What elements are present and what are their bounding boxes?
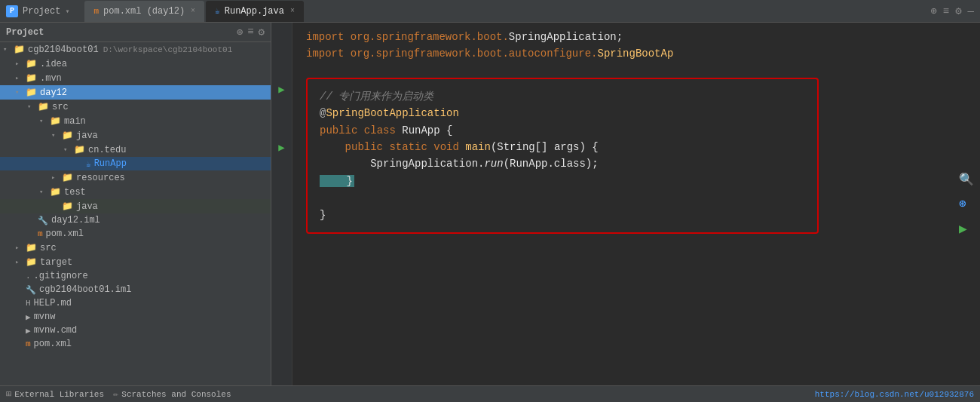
tab-runapp-label: RunApp.java [225,6,284,17]
tree-item-mvnw[interactable]: ▶ mvnw [0,310,271,324]
toolbar-btn-1[interactable]: ⊕ [930,5,936,17]
tree-item-cgbiml[interactable]: 🔧 cgb2104boot01.iml [0,283,271,296]
iml-icon-1: 🔧 [38,216,48,226]
outer-brace-line: } [320,207,805,223]
arrow-cntedu [63,146,72,154]
import-line-2: import org.springframework.boot.autoconf… [306,45,968,62]
run-green-icon[interactable]: ▶ [959,220,974,237]
tree-item-pomxml2-label: pom.xml [34,339,72,349]
tree-item-java1-label: java [76,130,98,141]
kw-import-1: import [306,31,344,43]
sidebar-icon-menu[interactable]: ≡ [247,26,253,38]
tree-item-mvnwcmd[interactable]: ▶ mvnw.cmd [0,324,271,337]
folder-test-icon: 📁 [50,186,61,198]
editor-right-tools: 🔍 ⊛ ▶ [959,172,974,237]
project-dropdown-arrow[interactable]: ▾ [65,7,69,16]
tree-item-gitignore[interactable]: . .gitignore [0,269,271,283]
toolbar-btn-3[interactable]: ⚙ [955,5,961,17]
inner-brace-line: } [320,173,805,189]
tree-item-src1[interactable]: 📁 src [0,100,271,114]
arrow-day12 [15,88,24,97]
tree-item-pomxml1[interactable]: m pom.xml [0,227,271,241]
folder-resources-icon: 📁 [62,172,73,183]
navigate-icon[interactable]: ⊛ [959,196,974,211]
main-content: Project ⊕ ≡ ⚙ 📁 cgb2104boot01 D:\workspa… [0,23,980,385]
bottom-item-scratches[interactable]: ✏ Scratches and Consoles [113,388,231,400]
tree-item-target[interactable]: 📁 target [0,255,271,269]
arrow-main [39,117,48,125]
tree-item-java2[interactable]: 📁 java [0,199,271,213]
sidebar-header-icons: ⊕ ≡ ⚙ [237,26,265,38]
tree-item-test-label: test [64,187,86,198]
mvnwcmd-icon: ▶ [26,326,31,336]
title-bar-tabs: m pom.xml (day12) × ☕ RunApp.java × [84,1,304,22]
tree-item-day12iml-label: day12.iml [51,215,100,226]
tree-item-test[interactable]: 📁 test [0,185,271,199]
run-call-line: SpringApplication.run(RunApp.class); [320,155,805,172]
gitignore-icon: . [26,272,31,281]
tree-item-java1[interactable]: 📁 java [0,128,271,143]
folder-src1-icon: 📁 [38,101,49,112]
arrow-mvn [15,74,24,82]
tree-item-runapp[interactable]: ☕ RunApp [0,157,271,170]
tree-item-mvnwcmd-label: mvnw.cmd [34,325,78,336]
folder-day12-icon: 📁 [26,87,37,98]
tree-item-pomxml2[interactable]: m pom.xml [0,337,271,351]
sidebar-icon-add[interactable]: ⊕ [237,26,243,38]
sidebar-header: Project ⊕ ≡ ⚙ [0,23,271,42]
tree-item-root[interactable]: 📁 cgb2104boot01 D:\workspace\cgb2104boot… [0,42,271,57]
tree-item-resources[interactable]: 📁 resources [0,170,271,185]
xml-icon-2: m [26,339,31,348]
annotation-line: @SpringBootApplication [320,105,805,121]
tree-item-main[interactable]: 📁 main [0,114,271,128]
tab-pom[interactable]: m pom.xml (day12) × [84,1,204,22]
sidebar-icon-settings[interactable]: ⚙ [259,26,265,38]
tree-item-src2-label: src [40,243,57,253]
tree-item-src2[interactable]: 📁 src [0,241,271,255]
tree-item-mvn[interactable]: 📁 .mvn [0,71,271,85]
bottom-bar: ⊞ External Libraries ✏ Scratches and Con… [0,385,980,402]
tree-item-idea-label: .idea [40,59,67,69]
tab-pom-close[interactable]: × [191,7,195,15]
tree-item-gitignore-label: .gitignore [34,271,88,281]
tree-item-cntedu[interactable]: 📁 cn.tedu [0,143,271,157]
folder-src2-icon: 📁 [26,242,37,253]
tree-item-root-label: cgb2104boot01 [28,44,99,55]
toolbar-btn-minimize[interactable]: — [968,5,974,17]
arrow-root [3,45,12,54]
folder-java1-icon: 📁 [62,130,73,141]
blog-url[interactable]: https://blog.csdn.net/u012932876 [815,390,974,399]
arrow-idea [15,60,24,68]
tree-item-day12[interactable]: 📁 day12 [0,85,271,100]
import-section: import org.springframework.boot.SpringAp… [306,29,968,63]
project-path: D:\workspace\cgb2104boot01 [103,45,233,54]
folder-target-icon: 📁 [26,256,37,268]
tree-item-day12-label: day12 [40,87,67,98]
folder-main-icon: 📁 [50,115,61,127]
toolbar-btn-2[interactable]: ≡ [943,5,949,17]
tree-item-runapp-label: RunApp [94,158,127,169]
tree-item-helpmd[interactable]: H HELP.md [0,296,271,310]
tree-item-main-label: main [64,116,86,127]
sidebar-title: Project [6,27,44,38]
tab-runapp-close[interactable]: × [290,7,295,15]
scratches-icon: ✏ [113,388,118,400]
title-bar: P Project ▾ m pom.xml (day12) × ☕ RunApp… [0,0,980,23]
tree-item-idea[interactable]: 📁 .idea [0,57,271,71]
bottom-item-libs[interactable]: ⊞ External Libraries [6,388,104,400]
tree-item-cntedu-label: cn.tedu [88,145,126,155]
run-icon-class[interactable]: ▶ [278,141,284,154]
tree-item-day12iml[interactable]: 🔧 day12.iml [0,213,271,227]
external-libs-icon: ⊞ [6,388,11,400]
tab-runapp[interactable]: ☕ RunApp.java × [206,1,304,22]
code-highlight-box: // 专门用来作为启动类 @SpringBootApplication publ… [306,78,819,234]
editor-scroll[interactable]: import org.springframework.boot.SpringAp… [294,23,980,385]
tree-item-pomxml1-label: pom.xml [46,229,84,239]
run-icon-main[interactable]: ▶ [278,83,284,96]
search-icon[interactable]: 🔍 [959,172,974,187]
editor-area: ▶ ▶ 🔍 ⊛ ▶ import org.springframework.boo… [271,23,980,385]
springbootapp-ref: SpringBootAp [597,48,673,60]
comment-line: // 专门用来作为启动类 [320,88,805,105]
tab-runapp-icon: ☕ [215,6,220,16]
md-icon: H [26,299,31,308]
